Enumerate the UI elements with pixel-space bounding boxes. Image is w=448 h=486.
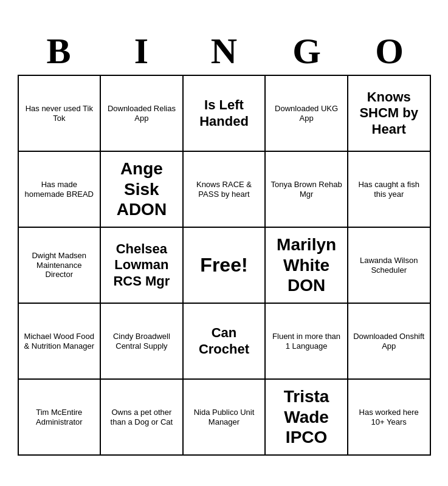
bingo-cell-12[interactable]: Free! bbox=[184, 228, 266, 304]
bingo-cell-17[interactable]: Can Crochet bbox=[184, 304, 266, 380]
bingo-cell-22[interactable]: Nida Publico Unit Manager bbox=[184, 380, 266, 456]
bingo-cell-24[interactable]: Has worked here 10+ Years bbox=[348, 380, 431, 456]
cell-text-21: Owns a pet other than a Dog or Cat bbox=[105, 408, 179, 426]
bingo-cell-4[interactable]: Knows SHCM by Heart bbox=[348, 76, 431, 152]
cell-text-9: Has caught a fish this year bbox=[352, 180, 426, 199]
bingo-cell-8[interactable]: Tonya Brown Rehab Mgr bbox=[266, 152, 348, 228]
cell-text-20: Tim McEntire Administrator bbox=[22, 408, 97, 426]
bingo-cell-19[interactable]: Downloaded Onshift App bbox=[348, 304, 431, 380]
cell-text-2: Is Left Handed bbox=[187, 97, 261, 129]
bingo-cell-3[interactable]: Downloaded UKG App bbox=[266, 76, 348, 152]
header-letter-N: N bbox=[185, 30, 264, 72]
cell-text-8: Tonya Brown Rehab Mgr bbox=[269, 180, 343, 199]
cell-text-15: Michael Wood Food & Nutrition Manager bbox=[22, 332, 97, 351]
bingo-cell-5[interactable]: Has made homemade BREAD bbox=[19, 152, 102, 228]
cell-text-24: Has worked here 10+ Years bbox=[352, 408, 426, 426]
cell-text-14: Lawanda Wilson Scheduler bbox=[352, 256, 426, 275]
bingo-cell-16[interactable]: Cindy Broadwell Central Supply bbox=[101, 304, 184, 380]
bingo-cell-9[interactable]: Has caught a fish this year bbox=[348, 152, 431, 228]
bingo-cell-10[interactable]: Dwight Madsen Maintenance Director bbox=[19, 228, 102, 304]
bingo-cell-11[interactable]: Chelsea Lowman RCS Mgr bbox=[101, 228, 184, 304]
header-letter-B: B bbox=[19, 30, 98, 72]
cell-text-19: Downloaded Onshift App bbox=[352, 332, 426, 351]
bingo-header: BINGO bbox=[18, 30, 431, 72]
bingo-cell-15[interactable]: Michael Wood Food & Nutrition Manager bbox=[19, 304, 102, 380]
bingo-cell-14[interactable]: Lawanda Wilson Scheduler bbox=[348, 228, 431, 304]
cell-text-12: Free! bbox=[200, 253, 247, 276]
cell-text-18: Fluent in more than 1 Language bbox=[269, 332, 343, 351]
bingo-cell-0[interactable]: Has never used Tik Tok bbox=[19, 76, 102, 152]
cell-text-4: Knows SHCM by Heart bbox=[352, 89, 426, 137]
header-letter-G: G bbox=[267, 30, 346, 72]
cell-text-16: Cindy Broadwell Central Supply bbox=[105, 332, 179, 351]
cell-text-6: Ange Sisk ADON bbox=[105, 159, 179, 220]
bingo-grid: Has never used Tik TokDownloaded Relias … bbox=[18, 75, 431, 456]
cell-text-17: Can Crochet bbox=[187, 325, 261, 357]
bingo-cell-6[interactable]: Ange Sisk ADON bbox=[101, 152, 184, 228]
bingo-cell-18[interactable]: Fluent in more than 1 Language bbox=[266, 304, 348, 380]
cell-text-7: Knows RACE & PASS by heart bbox=[187, 180, 261, 199]
cell-text-3: Downloaded UKG App bbox=[269, 104, 343, 123]
bingo-cell-7[interactable]: Knows RACE & PASS by heart bbox=[184, 152, 266, 228]
cell-text-10: Dwight Madsen Maintenance Director bbox=[22, 251, 97, 279]
cell-text-1: Downloaded Relias App bbox=[105, 104, 179, 123]
cell-text-13: Marilyn White DON bbox=[269, 234, 343, 296]
cell-text-0: Has never used Tik Tok bbox=[22, 104, 97, 123]
cell-text-5: Has made homemade BREAD bbox=[22, 180, 97, 199]
bingo-cell-1[interactable]: Downloaded Relias App bbox=[101, 76, 184, 152]
bingo-cell-2[interactable]: Is Left Handed bbox=[184, 76, 266, 152]
bingo-cell-13[interactable]: Marilyn White DON bbox=[266, 228, 348, 304]
bingo-cell-20[interactable]: Tim McEntire Administrator bbox=[19, 380, 102, 456]
cell-text-11: Chelsea Lowman RCS Mgr bbox=[105, 241, 179, 289]
header-letter-I: I bbox=[102, 30, 181, 72]
cell-text-23: Trista Wade IPCO bbox=[269, 386, 343, 448]
bingo-cell-23[interactable]: Trista Wade IPCO bbox=[266, 380, 348, 456]
bingo-cell-21[interactable]: Owns a pet other than a Dog or Cat bbox=[101, 380, 184, 456]
cell-text-22: Nida Publico Unit Manager bbox=[187, 408, 261, 426]
bingo-card: BINGO Has never used Tik TokDownloaded R… bbox=[12, 24, 437, 462]
header-letter-O: O bbox=[350, 30, 429, 72]
